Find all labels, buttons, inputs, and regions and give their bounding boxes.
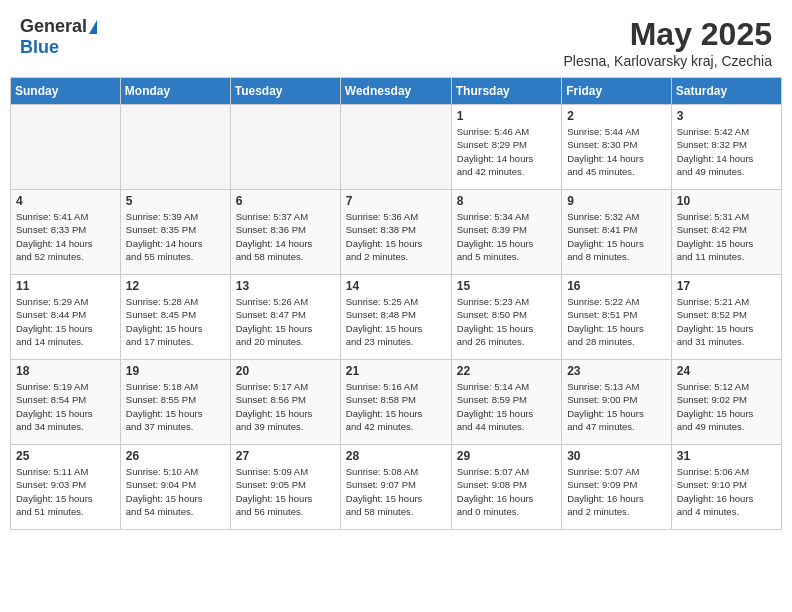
calendar-day-cell: 28Sunrise: 5:08 AM Sunset: 9:07 PM Dayli… xyxy=(340,445,451,530)
day-info: Sunrise: 5:08 AM Sunset: 9:07 PM Dayligh… xyxy=(346,465,446,518)
day-info: Sunrise: 5:18 AM Sunset: 8:55 PM Dayligh… xyxy=(126,380,225,433)
day-info: Sunrise: 5:26 AM Sunset: 8:47 PM Dayligh… xyxy=(236,295,335,348)
day-number: 6 xyxy=(236,194,335,208)
calendar-day-cell: 15Sunrise: 5:23 AM Sunset: 8:50 PM Dayli… xyxy=(451,275,561,360)
calendar-day-header: Saturday xyxy=(671,78,781,105)
day-number: 1 xyxy=(457,109,556,123)
day-info: Sunrise: 5:37 AM Sunset: 8:36 PM Dayligh… xyxy=(236,210,335,263)
day-info: Sunrise: 5:16 AM Sunset: 8:58 PM Dayligh… xyxy=(346,380,446,433)
day-number: 23 xyxy=(567,364,666,378)
day-info: Sunrise: 5:46 AM Sunset: 8:29 PM Dayligh… xyxy=(457,125,556,178)
calendar-day-cell: 21Sunrise: 5:16 AM Sunset: 8:58 PM Dayli… xyxy=(340,360,451,445)
page-header: General Blue May 2025 Plesna, Karlovarsk… xyxy=(0,0,792,77)
day-number: 26 xyxy=(126,449,225,463)
day-number: 27 xyxy=(236,449,335,463)
day-info: Sunrise: 5:12 AM Sunset: 9:02 PM Dayligh… xyxy=(677,380,776,433)
day-info: Sunrise: 5:44 AM Sunset: 8:30 PM Dayligh… xyxy=(567,125,666,178)
day-info: Sunrise: 5:09 AM Sunset: 9:05 PM Dayligh… xyxy=(236,465,335,518)
calendar-week-row: 4Sunrise: 5:41 AM Sunset: 8:33 PM Daylig… xyxy=(11,190,782,275)
day-number: 20 xyxy=(236,364,335,378)
calendar-day-cell: 29Sunrise: 5:07 AM Sunset: 9:08 PM Dayli… xyxy=(451,445,561,530)
calendar-day-cell: 17Sunrise: 5:21 AM Sunset: 8:52 PM Dayli… xyxy=(671,275,781,360)
day-number: 17 xyxy=(677,279,776,293)
logo: General Blue xyxy=(20,16,97,58)
day-number: 10 xyxy=(677,194,776,208)
calendar-day-cell: 5Sunrise: 5:39 AM Sunset: 8:35 PM Daylig… xyxy=(120,190,230,275)
calendar-day-cell: 23Sunrise: 5:13 AM Sunset: 9:00 PM Dayli… xyxy=(562,360,672,445)
logo-blue-text: Blue xyxy=(20,37,59,58)
day-number: 4 xyxy=(16,194,115,208)
day-number: 15 xyxy=(457,279,556,293)
day-number: 24 xyxy=(677,364,776,378)
day-info: Sunrise: 5:23 AM Sunset: 8:50 PM Dayligh… xyxy=(457,295,556,348)
calendar-day-header: Wednesday xyxy=(340,78,451,105)
day-number: 25 xyxy=(16,449,115,463)
day-info: Sunrise: 5:25 AM Sunset: 8:48 PM Dayligh… xyxy=(346,295,446,348)
day-info: Sunrise: 5:32 AM Sunset: 8:41 PM Dayligh… xyxy=(567,210,666,263)
calendar-week-row: 25Sunrise: 5:11 AM Sunset: 9:03 PM Dayli… xyxy=(11,445,782,530)
calendar-day-cell: 2Sunrise: 5:44 AM Sunset: 8:30 PM Daylig… xyxy=(562,105,672,190)
calendar-day-cell: 1Sunrise: 5:46 AM Sunset: 8:29 PM Daylig… xyxy=(451,105,561,190)
day-number: 11 xyxy=(16,279,115,293)
calendar-day-cell: 18Sunrise: 5:19 AM Sunset: 8:54 PM Dayli… xyxy=(11,360,121,445)
calendar-header-row: SundayMondayTuesdayWednesdayThursdayFrid… xyxy=(11,78,782,105)
day-info: Sunrise: 5:42 AM Sunset: 8:32 PM Dayligh… xyxy=(677,125,776,178)
calendar-day-cell: 4Sunrise: 5:41 AM Sunset: 8:33 PM Daylig… xyxy=(11,190,121,275)
logo-general-text: General xyxy=(20,16,87,37)
day-number: 2 xyxy=(567,109,666,123)
calendar-day-cell: 14Sunrise: 5:25 AM Sunset: 8:48 PM Dayli… xyxy=(340,275,451,360)
calendar-day-cell: 10Sunrise: 5:31 AM Sunset: 8:42 PM Dayli… xyxy=(671,190,781,275)
day-number: 28 xyxy=(346,449,446,463)
calendar-day-cell xyxy=(230,105,340,190)
calendar-day-cell: 26Sunrise: 5:10 AM Sunset: 9:04 PM Dayli… xyxy=(120,445,230,530)
calendar-day-header: Tuesday xyxy=(230,78,340,105)
calendar-week-row: 11Sunrise: 5:29 AM Sunset: 8:44 PM Dayli… xyxy=(11,275,782,360)
day-number: 22 xyxy=(457,364,556,378)
day-number: 3 xyxy=(677,109,776,123)
day-info: Sunrise: 5:41 AM Sunset: 8:33 PM Dayligh… xyxy=(16,210,115,263)
day-number: 8 xyxy=(457,194,556,208)
day-number: 21 xyxy=(346,364,446,378)
calendar-day-cell: 20Sunrise: 5:17 AM Sunset: 8:56 PM Dayli… xyxy=(230,360,340,445)
day-info: Sunrise: 5:11 AM Sunset: 9:03 PM Dayligh… xyxy=(16,465,115,518)
calendar-day-cell: 24Sunrise: 5:12 AM Sunset: 9:02 PM Dayli… xyxy=(671,360,781,445)
month-title: May 2025 xyxy=(563,16,772,53)
calendar-week-row: 18Sunrise: 5:19 AM Sunset: 8:54 PM Dayli… xyxy=(11,360,782,445)
day-info: Sunrise: 5:39 AM Sunset: 8:35 PM Dayligh… xyxy=(126,210,225,263)
day-number: 5 xyxy=(126,194,225,208)
day-info: Sunrise: 5:31 AM Sunset: 8:42 PM Dayligh… xyxy=(677,210,776,263)
logo-icon xyxy=(89,20,97,34)
day-info: Sunrise: 5:22 AM Sunset: 8:51 PM Dayligh… xyxy=(567,295,666,348)
day-number: 7 xyxy=(346,194,446,208)
calendar-day-cell: 6Sunrise: 5:37 AM Sunset: 8:36 PM Daylig… xyxy=(230,190,340,275)
day-number: 19 xyxy=(126,364,225,378)
title-area: May 2025 Plesna, Karlovarsky kraj, Czech… xyxy=(563,16,772,69)
calendar-day-header: Thursday xyxy=(451,78,561,105)
calendar-day-header: Sunday xyxy=(11,78,121,105)
calendar-day-cell: 31Sunrise: 5:06 AM Sunset: 9:10 PM Dayli… xyxy=(671,445,781,530)
day-info: Sunrise: 5:29 AM Sunset: 8:44 PM Dayligh… xyxy=(16,295,115,348)
calendar-day-cell: 16Sunrise: 5:22 AM Sunset: 8:51 PM Dayli… xyxy=(562,275,672,360)
day-number: 31 xyxy=(677,449,776,463)
calendar-day-cell: 27Sunrise: 5:09 AM Sunset: 9:05 PM Dayli… xyxy=(230,445,340,530)
day-info: Sunrise: 5:10 AM Sunset: 9:04 PM Dayligh… xyxy=(126,465,225,518)
calendar-table: SundayMondayTuesdayWednesdayThursdayFrid… xyxy=(10,77,782,530)
day-info: Sunrise: 5:07 AM Sunset: 9:08 PM Dayligh… xyxy=(457,465,556,518)
calendar-day-cell: 8Sunrise: 5:34 AM Sunset: 8:39 PM Daylig… xyxy=(451,190,561,275)
calendar-day-cell: 7Sunrise: 5:36 AM Sunset: 8:38 PM Daylig… xyxy=(340,190,451,275)
calendar-day-header: Friday xyxy=(562,78,672,105)
day-info: Sunrise: 5:28 AM Sunset: 8:45 PM Dayligh… xyxy=(126,295,225,348)
day-info: Sunrise: 5:07 AM Sunset: 9:09 PM Dayligh… xyxy=(567,465,666,518)
calendar-day-cell: 22Sunrise: 5:14 AM Sunset: 8:59 PM Dayli… xyxy=(451,360,561,445)
day-info: Sunrise: 5:34 AM Sunset: 8:39 PM Dayligh… xyxy=(457,210,556,263)
day-number: 9 xyxy=(567,194,666,208)
calendar-wrap: SundayMondayTuesdayWednesdayThursdayFrid… xyxy=(0,77,792,540)
location-text: Plesna, Karlovarsky kraj, Czechia xyxy=(563,53,772,69)
calendar-day-cell: 19Sunrise: 5:18 AM Sunset: 8:55 PM Dayli… xyxy=(120,360,230,445)
calendar-day-cell: 11Sunrise: 5:29 AM Sunset: 8:44 PM Dayli… xyxy=(11,275,121,360)
calendar-day-header: Monday xyxy=(120,78,230,105)
day-number: 14 xyxy=(346,279,446,293)
day-info: Sunrise: 5:19 AM Sunset: 8:54 PM Dayligh… xyxy=(16,380,115,433)
day-info: Sunrise: 5:21 AM Sunset: 8:52 PM Dayligh… xyxy=(677,295,776,348)
calendar-day-cell: 30Sunrise: 5:07 AM Sunset: 9:09 PM Dayli… xyxy=(562,445,672,530)
